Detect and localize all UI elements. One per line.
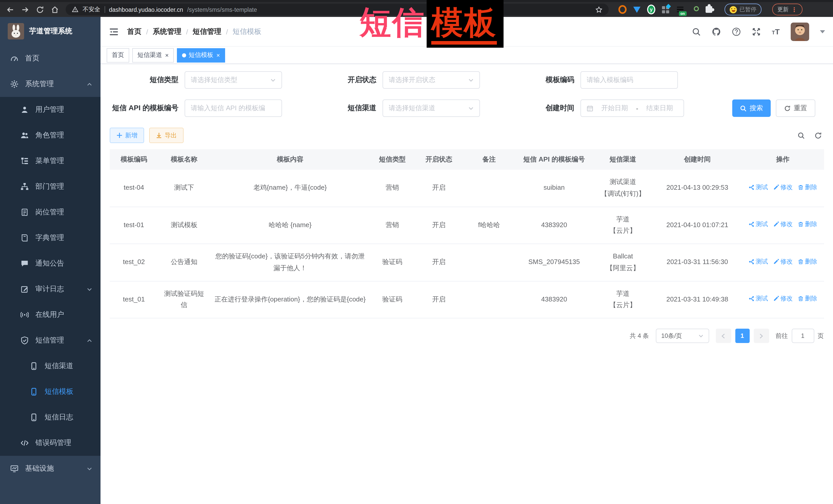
sidebar-item-role[interactable]: 角色管理 <box>0 123 100 148</box>
user-avatar[interactable] <box>790 22 809 41</box>
page-unit-label: 页 <box>817 332 824 340</box>
refresh-icon[interactable] <box>814 131 822 139</box>
table-body: test-04测试下老鸡{name}，牛逼{code}营销开启suibian测试… <box>110 170 824 318</box>
github-icon[interactable] <box>712 27 721 36</box>
sidebar-item-sms-log[interactable]: 短信日志 <box>0 405 100 430</box>
paused-pill[interactable]: 已暂停 <box>724 4 761 16</box>
channel-select[interactable]: 请选择短信渠道 <box>383 99 480 117</box>
delete-link[interactable]: 删除 <box>798 182 817 193</box>
sidebar-item-sms[interactable]: 短信管理 <box>0 328 100 353</box>
reload-icon[interactable] <box>36 5 44 14</box>
delete-icon <box>798 185 803 190</box>
breadcrumb-item[interactable]: 短信管理 <box>193 27 221 36</box>
page-size-select[interactable]: 10条/页 <box>656 329 709 343</box>
font-size-icon[interactable]: TT <box>772 27 780 36</box>
tab-sms-channel[interactable]: 短信渠道× <box>132 48 174 62</box>
status-select[interactable]: 请选择开启状态 <box>383 71 480 89</box>
sidebar: 芋道管理系统 首页系统管理用户管理角色管理菜单管理部门管理岗位管理字典管理通知公… <box>0 17 100 504</box>
reset-button[interactable]: 重置 <box>776 99 815 117</box>
breadcrumb-separator: / <box>146 27 148 35</box>
test-link[interactable]: 测试 <box>748 256 768 267</box>
goto-page-input[interactable]: 1 <box>791 329 814 343</box>
search-icon[interactable] <box>692 27 701 36</box>
fullscreen-icon[interactable] <box>752 27 761 36</box>
delete-link[interactable]: 删除 <box>798 256 817 267</box>
update-pill[interactable]: 更新 ⋮ <box>772 4 803 16</box>
test-link[interactable]: 测试 <box>748 293 768 304</box>
filter-item: 创建时间开始日期-结束日期 <box>506 99 684 117</box>
logo-image <box>8 23 24 40</box>
search-button[interactable]: 搜索 <box>732 99 771 117</box>
home-icon[interactable] <box>51 5 59 14</box>
sidebar-item-menu[interactable]: 菜单管理 <box>0 148 100 174</box>
edit-link[interactable]: 修改 <box>773 256 792 267</box>
goto-label: 前往 <box>776 332 788 340</box>
end-date-placeholder: 结束日期 <box>641 103 678 113</box>
sidebar-item-infra[interactable]: 基础设施 <box>0 456 100 481</box>
table-row: test_02公告通知您的验证码{code}，该验证码5分钟内有效，请勿泄漏于他… <box>110 244 824 281</box>
edit-link[interactable]: 修改 <box>773 219 792 230</box>
url-bar[interactable]: 不安全 dashboard.yudao.iocoder.cn/system/sm… <box>66 4 609 16</box>
sidebar-item-audit[interactable]: 审计日志 <box>0 277 100 302</box>
kebab-menu-icon[interactable]: ⋮ <box>791 6 798 13</box>
sidebar-item-notice[interactable]: 通知公告 <box>0 251 100 277</box>
extension-y-icon[interactable]: y <box>647 5 655 14</box>
delete-link[interactable]: 删除 <box>798 219 817 230</box>
page-1-button[interactable]: 1 <box>735 329 749 343</box>
back-icon[interactable] <box>6 5 14 14</box>
extension-search-person-icon[interactable] <box>690 5 698 14</box>
extension-gem-icon[interactable] <box>633 5 641 14</box>
share-icon <box>748 296 754 302</box>
api-template-id-input[interactable]: 请输入短信 API 的模板编 <box>185 99 282 117</box>
tab-sms-template[interactable]: 短信模板× <box>177 48 225 62</box>
help-icon[interactable] <box>732 27 741 36</box>
edit-link[interactable]: 修改 <box>773 182 792 193</box>
test-link[interactable]: 测试 <box>748 219 768 230</box>
close-icon[interactable]: × <box>165 52 169 58</box>
next-page-button[interactable] <box>754 329 769 343</box>
breadcrumb-item[interactable]: 首页 <box>127 27 142 36</box>
template-code-input[interactable]: 请输入模板编码 <box>580 71 678 89</box>
tab-home[interactable]: 首页 <box>106 48 129 62</box>
sidebar-item-system[interactable]: 系统管理 <box>0 71 100 97</box>
extension-grid-icon[interactable] <box>662 5 670 14</box>
filter-label: 短信 API 的模板编号 <box>110 103 185 113</box>
sidebar-item-label: 角色管理 <box>35 131 64 140</box>
create-time-range[interactable]: 开始日期-结束日期 <box>580 99 684 117</box>
sidebar-item-dept[interactable]: 部门管理 <box>0 174 100 199</box>
sidebar-item-dict[interactable]: 字典管理 <box>0 225 100 251</box>
sidebar-item-post[interactable]: 岗位管理 <box>0 199 100 225</box>
filter-item: 短信 API 的模板编号请输入短信 API 的模板编 <box>110 99 282 117</box>
sidebar-item-sms-template[interactable]: 短信模板 <box>0 379 100 405</box>
breadcrumb-item[interactable]: 系统管理 <box>153 27 182 36</box>
sidebar-item-user[interactable]: 用户管理 <box>0 97 100 123</box>
close-icon[interactable]: × <box>216 52 220 58</box>
sidebar-item-errcode[interactable]: 错误码管理 <box>0 430 100 456</box>
test-link[interactable]: 测试 <box>748 182 768 193</box>
extension-orange-icon[interactable] <box>618 5 626 14</box>
bookmark-star-icon[interactable] <box>595 6 602 13</box>
menu-tree-icon <box>21 157 29 165</box>
cell-api-id: suibian <box>515 170 593 207</box>
forward-icon[interactable] <box>21 5 29 14</box>
col-header-7: 短信渠道 <box>593 149 653 170</box>
sidebar-toggle-icon[interactable] <box>109 26 119 37</box>
sidebar-item-sms-channel[interactable]: 短信渠道 <box>0 353 100 379</box>
sidebar-item-home[interactable]: 首页 <box>0 46 100 71</box>
prev-page-button[interactable] <box>716 329 731 343</box>
cell-status: 开启 <box>414 170 463 207</box>
toggle-search-icon[interactable] <box>797 131 805 139</box>
placeholder-text: 请输入短信 API 的模板编 <box>191 103 265 113</box>
add-button[interactable]: 新增 <box>110 128 144 143</box>
extension-list-on-icon[interactable]: on <box>676 5 684 14</box>
url-divider <box>104 6 105 13</box>
extensions-puzzle-icon[interactable] <box>705 5 713 14</box>
filter-label: 短信类型 <box>110 75 185 85</box>
delete-link[interactable]: 删除 <box>798 293 817 304</box>
export-button[interactable]: 导出 <box>149 128 184 143</box>
edit-link[interactable]: 修改 <box>773 293 792 304</box>
sidebar-item-label: 短信模板 <box>45 387 73 396</box>
avatar-caret-icon[interactable] <box>820 30 825 33</box>
sms-type-select[interactable]: 请选择短信类型 <box>185 71 282 89</box>
sidebar-item-online[interactable]: 在线用户 <box>0 302 100 328</box>
